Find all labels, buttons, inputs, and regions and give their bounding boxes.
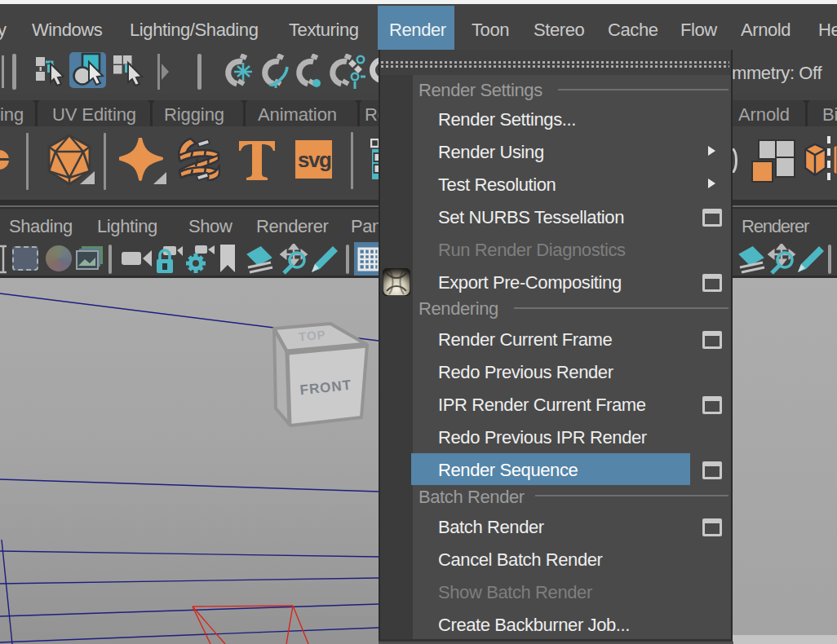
svg-text:TOP: TOP — [298, 328, 326, 344]
